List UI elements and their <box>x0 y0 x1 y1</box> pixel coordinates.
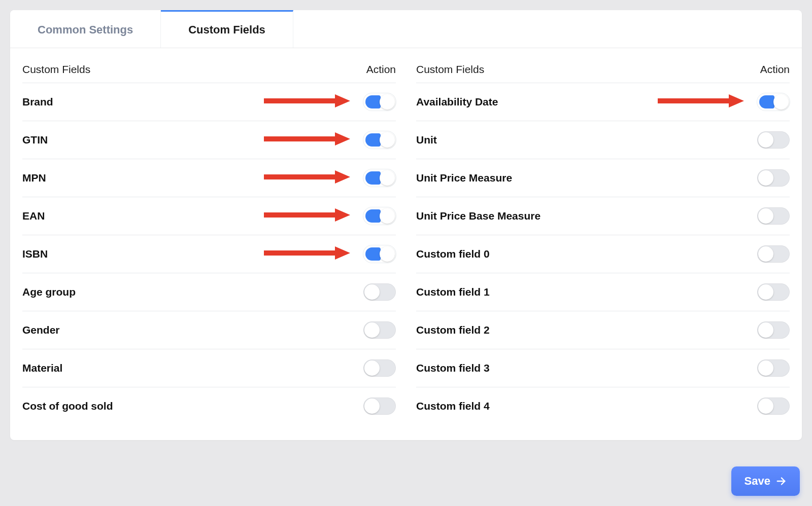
toggle-knob <box>758 246 773 262</box>
pointer-arrow-icon <box>264 245 350 263</box>
field-label: Unit <box>416 134 437 146</box>
svg-marker-9 <box>335 246 350 260</box>
save-button[interactable]: Save <box>731 466 800 496</box>
field-row: Custom field 1 <box>416 273 790 311</box>
field-label: Custom field 3 <box>416 362 490 374</box>
toggle-knob <box>364 399 380 414</box>
toggle-switch[interactable] <box>363 359 396 377</box>
field-label: Unit Price Measure <box>416 172 512 184</box>
column-action-label: Action <box>366 63 396 76</box>
field-row: Availability Date <box>416 83 790 121</box>
toggle-switch[interactable] <box>757 321 790 339</box>
field-row: EAN <box>22 197 396 235</box>
right-column: Custom Fields Action Availability DateUn… <box>416 53 790 425</box>
field-row: Material <box>22 349 396 387</box>
toggle-knob <box>758 170 773 186</box>
toggle-switch[interactable] <box>757 397 790 415</box>
field-label: ISBN <box>22 248 48 260</box>
svg-marker-7 <box>335 208 350 222</box>
tabs: Common Settings Custom Fields <box>10 10 802 48</box>
field-row: MPN <box>22 159 396 197</box>
svg-marker-3 <box>335 132 350 146</box>
field-row: Age group <box>22 273 396 311</box>
field-row: Unit Price Measure <box>416 159 790 197</box>
field-label: Custom field 1 <box>416 286 490 298</box>
toggle-knob <box>758 284 773 300</box>
field-label: EAN <box>22 210 45 222</box>
left-column: Custom Fields Action BrandGTINMPNEANISBN… <box>22 53 396 425</box>
pointer-arrow-icon <box>264 131 350 149</box>
save-area: Save <box>731 466 800 496</box>
toggle-switch[interactable] <box>363 245 396 263</box>
field-label: Cost of good sold <box>22 400 113 412</box>
field-label: Custom field 0 <box>416 248 490 260</box>
toggle-knob <box>758 132 773 148</box>
pointer-arrow-icon <box>264 169 350 187</box>
field-row: ISBN <box>22 235 396 273</box>
toggle-switch[interactable] <box>757 245 790 263</box>
svg-marker-11 <box>729 94 744 107</box>
toggle-knob <box>380 246 395 262</box>
field-label: Unit Price Base Measure <box>416 210 540 222</box>
toggle-knob <box>380 132 395 148</box>
field-label: Material <box>22 362 62 374</box>
field-label: Custom field 2 <box>416 324 490 336</box>
toggle-knob <box>758 399 773 414</box>
toggle-switch[interactable] <box>363 321 396 339</box>
toggle-knob <box>773 94 789 110</box>
field-row: Cost of good sold <box>22 387 396 425</box>
field-label: GTIN <box>22 134 48 146</box>
svg-marker-5 <box>335 170 350 184</box>
toggle-knob <box>380 94 395 110</box>
toggle-switch[interactable] <box>757 283 790 301</box>
field-row: Custom field 0 <box>416 235 790 273</box>
tab-common-settings[interactable]: Common Settings <box>10 10 161 48</box>
field-label: Custom field 4 <box>416 400 490 412</box>
toggle-switch[interactable] <box>757 131 790 149</box>
pointer-arrow-icon <box>264 207 350 225</box>
toggle-knob <box>380 170 395 186</box>
toggle-knob <box>758 322 773 338</box>
toggle-switch[interactable] <box>757 359 790 377</box>
field-row: GTIN <box>22 121 396 159</box>
toggle-knob <box>364 360 380 376</box>
toggle-knob <box>364 284 380 300</box>
column-action-label: Action <box>760 63 790 76</box>
field-row: Custom field 4 <box>416 387 790 425</box>
field-label: Brand <box>22 96 53 108</box>
field-row: Unit Price Base Measure <box>416 197 790 235</box>
settings-panel: Common Settings Custom Fields Custom Fie… <box>10 10 802 440</box>
arrow-right-icon <box>775 476 787 487</box>
toggle-switch[interactable] <box>757 207 790 225</box>
field-label: Age group <box>22 286 76 298</box>
svg-marker-1 <box>335 94 350 107</box>
toggle-knob <box>364 322 380 338</box>
field-row: Custom field 3 <box>416 349 790 387</box>
field-label: Availability Date <box>416 96 498 108</box>
toggle-switch[interactable] <box>757 93 790 111</box>
save-button-label: Save <box>745 475 770 488</box>
pointer-arrow-icon <box>264 93 350 111</box>
tab-custom-fields[interactable]: Custom Fields <box>161 10 293 48</box>
toggle-switch[interactable] <box>363 169 396 187</box>
column-title: Custom Fields <box>22 63 90 76</box>
toggle-switch[interactable] <box>363 131 396 149</box>
toggle-switch[interactable] <box>363 93 396 111</box>
pointer-arrow-icon <box>658 93 744 111</box>
field-label: MPN <box>22 172 46 184</box>
content-area: Custom Fields Action BrandGTINMPNEANISBN… <box>10 48 802 425</box>
toggle-knob <box>380 208 395 224</box>
toggle-switch[interactable] <box>757 169 790 187</box>
toggle-switch[interactable] <box>363 397 396 415</box>
toggle-knob <box>758 360 773 376</box>
column-header: Custom Fields Action <box>416 53 790 83</box>
toggle-switch[interactable] <box>363 283 396 301</box>
field-row: Brand <box>22 83 396 121</box>
column-title: Custom Fields <box>416 63 484 76</box>
field-label: Gender <box>22 324 60 336</box>
field-row: Unit <box>416 121 790 159</box>
toggle-switch[interactable] <box>363 207 396 225</box>
toggle-knob <box>758 208 773 224</box>
column-header: Custom Fields Action <box>22 53 396 83</box>
field-row: Custom field 2 <box>416 311 790 349</box>
